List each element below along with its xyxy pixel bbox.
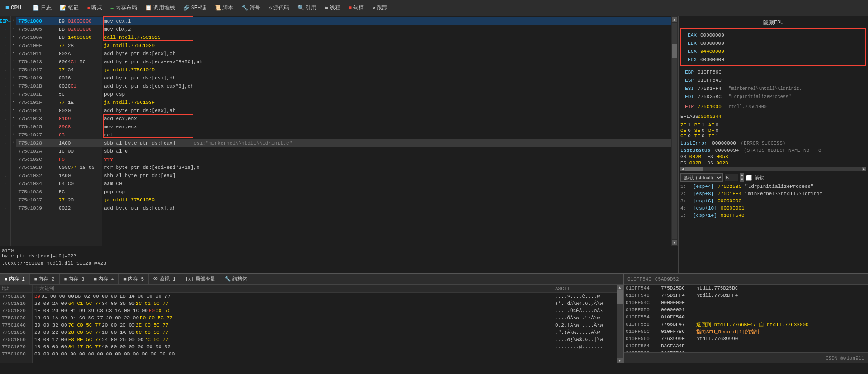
toolbar-symbols[interactable]: 🔧 符号 (238, 3, 264, 13)
mem-addr-5: 775C1040 (0, 322, 32, 329)
stack-entry-4: 4: [esp+10] 00000001 (680, 206, 866, 213)
arrow-cell (0, 155, 10, 164)
stdcall-select[interactable]: 默认 (stdcall) (680, 173, 723, 182)
toolbar-memory-layout[interactable]: ▬ 内存布局 (107, 3, 140, 13)
flag-cf: CF0 (680, 133, 691, 139)
reg-ecx-row: ECX 944C0000 (683, 47, 863, 56)
toolbar-trace[interactable]: ↗ 跟踪 (368, 3, 391, 13)
memory-address-col: 地址 775C1000 775C1010 775C1020 775C1030 7… (0, 285, 33, 363)
callstack-panel: 010FF540 C5AD9D52 010FF544 775D25BC ntdl… (624, 274, 868, 363)
arrow-cell: · (0, 180, 10, 188)
toolbar-callstack[interactable]: 📋 调用堆栈 (142, 3, 179, 13)
mem-hex-8: 18 00 00 00 84 17 5C 77 40 00 00 00 00 0… (33, 343, 553, 351)
arrow-cell: · (0, 58, 10, 66)
hscroll-right[interactable]: ▶ (862, 167, 866, 171)
arrow-cell: · (0, 82, 10, 90)
scroll-track[interactable] (672, 23, 677, 239)
addr-eip: 775c1000 (18, 19, 42, 24)
scroll-thumb[interactable] (672, 44, 677, 58)
mem-scroll-thumb[interactable] (617, 290, 623, 304)
mem-addr-1: 775C1000 (0, 293, 32, 300)
unlock-checkbox[interactable] (746, 175, 752, 181)
callstack-content: 010FF544 775D25BC ntdll.775D25BC 010FF54… (624, 285, 868, 352)
mem-hex-3: 1E 00 20 00 01 D9 89 C8 C3 1A 00 1C 00 F… (33, 307, 553, 314)
arrow-cell: ↓ (0, 66, 10, 74)
log-icon: 📄 (33, 5, 39, 11)
toolbar-log[interactable]: 📄 日志 (29, 3, 55, 13)
cpu-label: CPU (11, 5, 21, 11)
watch-tab-1[interactable]: 👁 监视 1 (149, 274, 180, 285)
spinner-up[interactable]: ▲ (740, 173, 744, 178)
arrow-cell: · (0, 123, 10, 131)
scroll-down[interactable]: ▼ (672, 240, 677, 245)
cs-row-7: 010FF55C 010FF7BC 指向SEH_Record[1]的指针 (624, 328, 868, 335)
memory-tab-3[interactable]: ■ 内存 3 (60, 274, 90, 285)
arrow-column: EIP→ · · · · · ↓ · · · ↓ · ↓ · · · ↓ (0, 16, 11, 246)
reg-esi-row: ESI 775D1FF4 "minkernel\\ntdll\\ldrinit. (680, 84, 866, 93)
status-bar: a1=0 byte ptr ds:[eax]=[0]=??? .text:775… (0, 246, 678, 273)
last-error-row: LastError 00000000 (ERROR_SUCCESS) (680, 140, 866, 146)
hscroll-thumb[interactable] (685, 167, 703, 171)
mem-hex-6: 20 00 22 00 28 C0 5C 77 18 00 1A 00 0C C… (33, 329, 553, 336)
mem-ascii-5: 0.2.|À\w .,..À\w (553, 322, 617, 329)
mem-ascii-9: ................ (553, 351, 617, 358)
arrow-cell (0, 164, 10, 172)
scroll-up[interactable]: ▲ (672, 17, 677, 22)
arrow-cell: · (0, 90, 10, 98)
spinner-down[interactable]: ▼ (740, 178, 744, 182)
disasm-panel[interactable]: EIP→ · · · · · ↓ · · · ↓ · ↓ · · · ↓ (0, 16, 678, 273)
mem-scroll-up[interactable]: ▲ (617, 285, 623, 290)
mem-addr-2: 775C1010 (0, 300, 32, 307)
memory-tab-1[interactable]: ■ 内存 1 (0, 274, 30, 285)
stdcall-spinner[interactable]: ▲ ▼ (740, 173, 744, 182)
mem-addr-header: 地址 (0, 285, 32, 293)
arrow-cell: ↓ (0, 196, 10, 204)
mem-addr-3: 775C1020 (0, 307, 32, 314)
mem3-icon: ■ (64, 276, 67, 282)
source-icon: ◇ (269, 5, 272, 11)
toolbar-separator (27, 4, 27, 13)
toolbar-seh[interactable]: 🔗 SEH链 (179, 3, 210, 13)
hscroll-track[interactable] (685, 167, 862, 171)
hscroll-left[interactable]: ◀ (680, 167, 685, 171)
disasm-bytes-column: B9 01000000 BB 02000000 E8 14000000 77 2… (57, 16, 102, 246)
memory-tab-2[interactable]: ■ 内存 2 (30, 274, 60, 285)
mem-scroll-track[interactable] (617, 290, 623, 358)
main-area: EIP→ · · · · · ↓ · · · ↓ · ↓ · · · ↓ (0, 16, 868, 273)
toolbar-references[interactable]: 🔍 引用 (294, 3, 320, 13)
gs-fs-row: GS 002B FS 0053 (680, 154, 866, 159)
toolbar-breakpoints[interactable]: ● 断点 (83, 3, 106, 13)
memory-tabs: ■ 内存 1 ■ 内存 2 ■ 内存 3 ■ 内存 4 ■ 内存 5 👁 监视 … (0, 274, 623, 285)
arrow-cell: · (0, 74, 10, 82)
watch-icon: 👁 (153, 276, 158, 282)
stdcall-num-input[interactable] (725, 174, 738, 181)
reg-edx-row: EDX 00000000 (683, 56, 863, 64)
toolbar-threads[interactable]: ⇋ 线程 (321, 3, 344, 13)
mem1-icon: ■ (5, 276, 8, 282)
toolbar-notes[interactable]: 📝 笔记 (56, 3, 82, 13)
mem-ascii-8: ........@....... (553, 343, 617, 351)
callstack-header: 010FF540 C5AD9D52 (624, 274, 868, 285)
reg-ebp-row: EBP 010FF56C (680, 68, 866, 76)
memory-scrollbar[interactable]: ▲ ▼ (617, 285, 623, 363)
mem-hex-2: 28 00 2A 00 64 C1 5C 77 34 00 36 00 2C C… (33, 300, 553, 307)
stdcall-row: 默认 (stdcall) ▲ ▼ 解锁 (680, 173, 866, 182)
eflags-row: EFLAGS 00000244 (680, 112, 866, 121)
toolbar-source[interactable]: ◇ 源代码 (265, 3, 293, 13)
reg-hscrollbar[interactable]: ◀ ▶ (680, 167, 866, 171)
arrow-cell: · (0, 188, 10, 196)
mem-scroll-down[interactable]: ▼ (617, 358, 623, 363)
struct-tab[interactable]: 🔧 结构体 (220, 274, 252, 285)
toolbar-handles[interactable]: ■ 句柄 (345, 3, 368, 13)
reg-panel-header: 隐藏FPU (680, 18, 866, 28)
script-icon: 📜 (214, 5, 221, 11)
memory-tab-5[interactable]: ■ 内存 5 (119, 274, 149, 285)
locals-tab[interactable]: |x| 局部变量 (180, 274, 220, 285)
mem-ascii-4: ....ÔÀ\w ."°À\w (553, 314, 617, 322)
toolbar-script[interactable]: 📜 脚本 (211, 3, 237, 13)
flag-tf: TF0 (694, 133, 705, 139)
memory-tab-4[interactable]: ■ 内存 4 (89, 274, 119, 285)
disasm-instruction-column: mov ecx,1 mov ebx,2 call ntdll.775C1023 … (102, 16, 671, 246)
disasm-scrollbar[interactable]: ▲ ▼ (671, 16, 678, 246)
disasm-address-column: 775c1000 775c1005 775c100A 775c100F 775c… (16, 16, 57, 246)
